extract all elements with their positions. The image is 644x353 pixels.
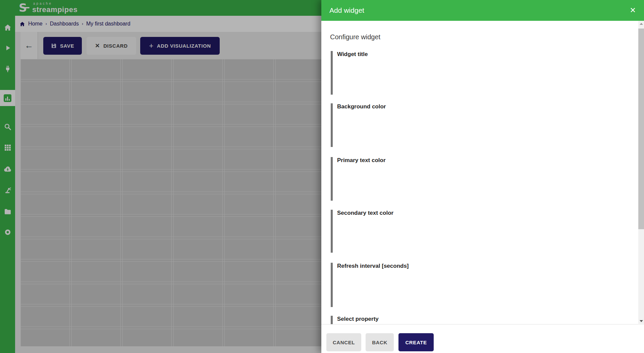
section-title: Secondary text color xyxy=(337,210,618,216)
section-title: Refresh interval [seconds] xyxy=(337,263,618,269)
section-title: Widget title xyxy=(337,51,618,58)
select-property-section: Select property xyxy=(331,316,618,324)
refresh-interval-section: Refresh interval [seconds] xyxy=(331,263,618,307)
dialog-title: Add widget xyxy=(329,6,364,14)
dialog-header: Add widget ✕ xyxy=(321,0,644,21)
close-icon[interactable]: ✕ xyxy=(630,7,636,14)
section-title: Primary text color xyxy=(337,157,618,164)
cancel-button[interactable]: CANCEL xyxy=(326,333,361,351)
section-title: Background color xyxy=(337,103,618,110)
configure-widget-heading: Configure widget xyxy=(330,33,380,41)
background-color-section: Background color xyxy=(331,103,618,147)
add-widget-dialog: Add widget ✕ Configure widget Widget tit… xyxy=(321,0,644,353)
back-button-dialog[interactable]: BACK xyxy=(366,333,394,351)
primary-text-color-section: Primary text color xyxy=(331,157,618,201)
scrollbar-up-arrow-icon[interactable] xyxy=(638,21,644,27)
widget-title-section: Widget title xyxy=(331,51,618,95)
dialog-footer: CANCEL BACK CREATE xyxy=(321,324,644,353)
scrollbar-down-arrow-icon[interactable] xyxy=(638,318,644,324)
secondary-text-color-section: Secondary text color xyxy=(331,210,618,253)
scrollbar-thumb[interactable] xyxy=(638,29,644,229)
section-title: Select property xyxy=(337,316,618,322)
dialog-scrollbar[interactable] xyxy=(638,21,644,324)
create-button[interactable]: CREATE xyxy=(398,333,434,351)
